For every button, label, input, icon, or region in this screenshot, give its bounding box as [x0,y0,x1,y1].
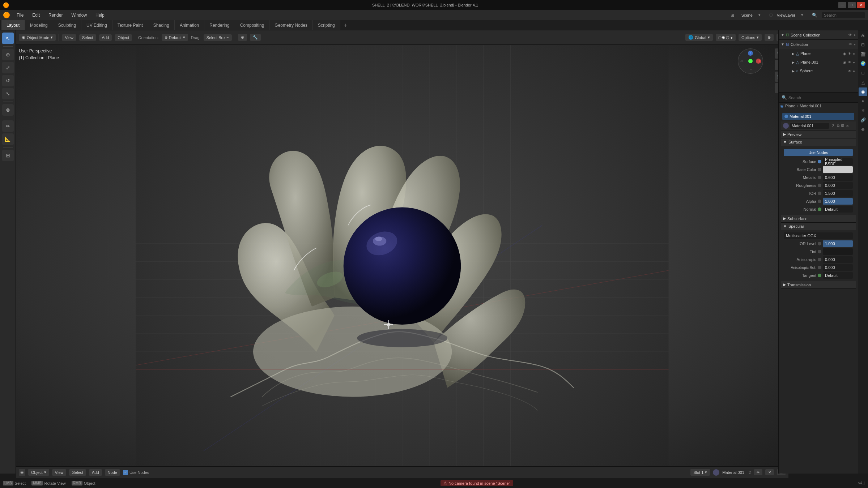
material-copy-btn[interactable]: ⧉ [837,124,839,128]
tint-value[interactable] [823,248,853,255]
menu-help[interactable]: Help [93,12,107,18]
tab-scripting[interactable]: Scripting [313,20,340,30]
collection-eye[interactable]: 👁 [848,42,852,46]
collection-row[interactable]: ▼ ⊟ Collection 👁 ● [779,40,858,49]
prop-tab-material[interactable]: ◉ [859,87,867,96]
plane001-expand[interactable]: ▶ [792,60,795,64]
breadcrumb-obj[interactable]: Plane [785,104,795,108]
tool-transform[interactable]: ⊗ [2,104,14,116]
tab-texture-paint[interactable]: Texture Paint [112,20,148,30]
collection-expand[interactable]: ▼ [781,42,784,46]
header-select[interactable]: Select [79,34,96,41]
section-preview[interactable]: ▶ Preview [781,130,856,138]
anisotropic-value[interactable]: 0.000 [823,256,853,263]
material-edit-btn[interactable]: ✏ [754,469,762,475]
material-save-btn[interactable]: 🖫 [841,124,844,128]
tool-add[interactable]: ⊞ [2,150,14,161]
select-box-btn[interactable]: Select Box ~ [204,34,232,41]
prop-tab-mesh[interactable]: △ [859,78,867,87]
prop-tab-view-layer[interactable]: ⊟ [859,40,867,49]
surface-type-value[interactable]: Principled BSDF [823,158,853,165]
tab-modeling[interactable]: Modeling [25,20,53,30]
prop-tab-object[interactable]: □ [859,69,867,77]
breadcrumb-mat[interactable]: Material.001 [800,104,822,108]
anisotropic-rot-value[interactable]: 0.000 [823,264,853,271]
viewport-gizmo[interactable]: Y -Y -X X [738,48,767,77]
plane-expand[interactable]: ▶ [792,52,795,56]
add-menu-bottom[interactable]: Add [89,469,102,476]
ior-value[interactable]: 1.500 [823,190,853,197]
menu-edit[interactable]: Edit [30,12,42,18]
outliner-item-plane001[interactable]: ▶ △ Plane.001 ◉ 👁 ● [779,58,858,67]
section-transmission[interactable]: ▶ Transmission [781,281,856,289]
tab-shading[interactable]: Shading [148,20,175,30]
prop-tab-physics[interactable]: ⚛ [859,106,867,115]
section-subsurface[interactable]: ▶ Subsurface [781,215,856,223]
section-surface[interactable]: ▼ Surface [781,138,856,146]
menu-render[interactable]: Render [46,12,65,18]
node-menu-bottom[interactable]: Node [105,469,120,476]
sphere-expand[interactable]: ▶ [792,69,795,73]
scene-collection-restrict[interactable]: ● [854,33,856,37]
overlay-btn[interactable]: ⊕ [765,34,774,41]
tool-annotate[interactable]: ✏ [2,120,14,132]
global-search[interactable] [822,12,865,18]
prop-tab-particles[interactable]: ✦ [859,97,867,106]
prop-tab-drivers[interactable]: ⊕ [859,125,867,134]
tab-layout[interactable]: Layout [1,20,25,30]
menu-file[interactable]: File [14,12,26,18]
wireframe-btn[interactable]: □ [719,35,721,40]
header-object[interactable]: Object [115,34,132,41]
alpha-value[interactable]: 1.000 [823,198,853,205]
material-btn[interactable]: ◎ [726,35,729,40]
select-menu-bottom[interactable]: Select [69,469,86,476]
tab-add[interactable]: + [340,20,351,30]
material-x-btn[interactable]: ✕ [765,469,774,475]
plane-eye[interactable]: 👁 [848,52,851,56]
tool-move[interactable]: ⤢ [2,62,14,73]
base-color-value[interactable] [823,166,853,173]
tab-uv-editing[interactable]: UV Editing [81,20,112,30]
tool-rotate[interactable]: ↺ [2,75,14,86]
multiscatter-value[interactable]: Multiscatter GGX [784,232,853,239]
scene-collection-eye[interactable]: 👁 [848,33,852,37]
mode-selector-bottom[interactable]: Object ▾ [28,469,49,476]
minimize-btn[interactable]: ─ [838,2,846,8]
tab-geometry-nodes[interactable]: Geometry Nodes [269,20,313,30]
viewport-3d[interactable]: User Perspective (1) Collection | Plane … [16,45,788,474]
tab-animation[interactable]: Animation [175,20,204,30]
view-menu-bottom[interactable]: View [52,469,67,476]
tool-cursor[interactable]: ⊕ [2,49,14,60]
transform-global-btn[interactable]: 🌐 Global ▾ [685,34,713,41]
close-btn[interactable]: ✕ [857,2,865,8]
tab-rendering[interactable]: Rendering [204,20,235,30]
outliner-item-plane[interactable]: ▶ △ Plane ◉ 👁 ● [779,49,858,58]
plane001-eye[interactable]: 👁 [848,60,851,64]
tool-select[interactable]: ↖ [2,33,14,44]
prop-tab-constraints[interactable]: 🔗 [859,116,867,124]
ior-level-value[interactable]: 1.000 [823,240,853,247]
header-add[interactable]: Add [99,34,112,41]
object-mode-selector[interactable]: ◉ Object Mode ▾ [19,34,56,41]
mode-icon[interactable]: ◉ [19,469,25,476]
search-icon[interactable]: 🔍 [812,13,817,18]
sphere-eye[interactable]: 👁 [848,69,851,73]
scene-collection-expand[interactable]: ▼ [781,33,784,37]
use-nodes-btn[interactable]: Use Nodes [784,149,853,156]
tab-compositing[interactable]: Compositing [235,20,270,30]
section-specular[interactable]: ▼ Specular [781,223,856,230]
snap-btn[interactable]: 🔧 [250,34,261,41]
viewlayer-dropdown[interactable]: ▾ [801,13,803,17]
slot-selector[interactable]: Slot 1 ▾ [690,469,710,476]
use-nodes-check[interactable]: ✓ Use Nodes [123,470,149,475]
render-btn[interactable]: ● [730,35,733,40]
prop-search-input[interactable]: Search [787,95,855,100]
material-remove-btn[interactable]: ✕ [846,124,849,128]
pivot-btn[interactable]: ⊙ [238,34,247,41]
base-color-dot[interactable] [818,168,821,171]
maximize-btn[interactable]: □ [848,2,856,8]
normal-value[interactable]: Default [823,206,853,213]
shading-btns[interactable]: □ ◉ ◎ ● [716,34,736,41]
header-view[interactable]: View [62,34,76,41]
menu-window[interactable]: Window [69,12,89,18]
